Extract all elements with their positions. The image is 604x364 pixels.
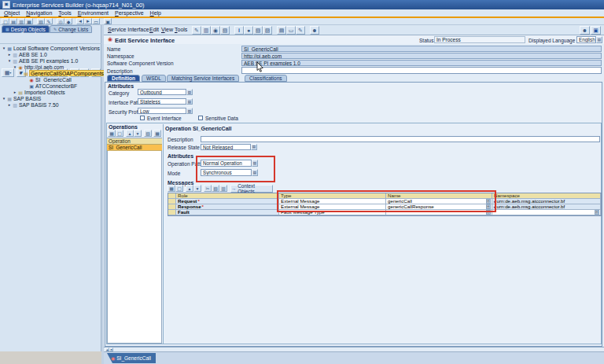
display-object-button[interactable]: ▥ — [17, 18, 25, 24]
edit-button[interactable]: ✎ — [45, 18, 53, 24]
tree-item-sap-basis-750[interactable]: ▸ ▥ SAP BASIS 7.50 — [0, 101, 109, 108]
message-up-button[interactable]: ▲ — [186, 185, 193, 192]
menu-perspective[interactable]: Perspective — [115, 10, 144, 16]
interface-pattern-select[interactable]: Stateless ▤ — [138, 98, 193, 105]
cut-button[interactable]: ✂ — [204, 185, 212, 192]
refresh-button[interactable]: ▣ — [104, 18, 112, 24]
menu-navigation[interactable]: Navigation — [26, 10, 52, 16]
context-objects-button[interactable]: → Context Objects — [230, 185, 273, 193]
dropdown-icon[interactable]: ▤ — [186, 108, 193, 114]
add-message-button[interactable]: ▦ — [168, 185, 175, 192]
dropdown-icon[interactable]: ▤ — [252, 169, 258, 176]
menu-edit[interactable]: Edit — [149, 27, 159, 32]
menu-view[interactable]: View — [161, 27, 173, 32]
copy-operation-button[interactable]: ▧ — [144, 130, 152, 137]
fault-name-cell[interactable]: ▤ — [386, 210, 492, 215]
fault-namespace-cell[interactable]: ▤ — [492, 210, 601, 215]
edit-toggle-button[interactable]: ✎ — [192, 26, 201, 35]
row-selector[interactable] — [168, 199, 176, 204]
tab-wsdl[interactable]: WSDL — [142, 75, 166, 82]
value-help-icon[interactable]: ▤ — [486, 199, 491, 204]
menu-environment[interactable]: Environment — [78, 10, 109, 16]
row-selector[interactable] — [168, 204, 176, 210]
add-operation-button[interactable]: ▦ — [108, 130, 116, 137]
value-help-icon[interactable]: ▤ — [486, 204, 491, 209]
request-type-cell[interactable]: External Message — [279, 199, 386, 204]
operation-row-selected[interactable]: SI_GenericCall — [107, 145, 162, 151]
settings-button[interactable]: ● — [244, 26, 253, 35]
menu-tools-editor[interactable]: Tools — [175, 27, 187, 32]
print-button[interactable]: ▤ — [277, 26, 286, 35]
tab-matching-service-interfaces[interactable]: Matching Service Interfaces — [167, 75, 239, 82]
row-selector[interactable] — [168, 210, 176, 215]
favorites-button[interactable]: ◆ — [64, 18, 72, 24]
category-select[interactable]: Outbound ▤ — [138, 89, 193, 95]
operation-options-button[interactable]: ▦ — [153, 130, 161, 137]
move-up-button[interactable]: ▲ — [126, 130, 134, 137]
tab-change-lists[interactable]: ✎ Change Lists — [50, 25, 92, 33]
dropdown-icon[interactable]: ▤ — [251, 144, 257, 150]
edit-box-button[interactable]: ✎ — [296, 26, 305, 35]
operation-pattern-select[interactable]: Normal Operation ▤ — [201, 160, 258, 167]
tab-design-objects[interactable]: ▦ Design Objects — [2, 25, 50, 33]
copy-object-button[interactable]: ▧ — [220, 26, 230, 35]
language-select[interactable]: English (OL) ▤ — [576, 36, 602, 43]
message-down-button[interactable]: ▼ — [193, 185, 201, 192]
close-view-button[interactable]: ▣ — [591, 26, 601, 35]
mode-select[interactable]: Synchronous ▤ — [201, 169, 258, 176]
preview-button[interactable]: ▭ — [286, 26, 296, 35]
display-toggle-button[interactable]: ▥ — [201, 26, 211, 35]
tab-classifications[interactable]: Classifications — [245, 75, 287, 82]
tree-item-aeb-se-10[interactable]: ▸ ▥ AEB SE 1.0 — [0, 51, 109, 57]
org-button[interactable]: ☻ — [310, 26, 319, 35]
release-state-select[interactable]: Not Released ▤ — [201, 144, 257, 150]
value-help-icon[interactable]: ▤ — [595, 210, 599, 215]
open-object-button[interactable]: ▤ — [9, 18, 17, 24]
software-component-version-field[interactable]: AEB SE PI examples 1.0 — [241, 60, 602, 66]
tree-item-sap-basis[interactable]: ▾ ▦ SAP BASIS — [0, 95, 103, 101]
save-button[interactable]: ▦ — [25, 18, 33, 24]
menu-tools[interactable]: Tools — [58, 10, 71, 16]
search-button[interactable]: ◎ — [57, 18, 64, 24]
user-button[interactable]: ☻ — [580, 26, 590, 35]
menu-help[interactable]: Help — [150, 10, 161, 16]
copy-message-button[interactable]: ▧ — [212, 185, 219, 192]
tree-item-local-software-component-versions[interactable]: ▾ ▦ Local Software Component Versions — [0, 45, 103, 51]
dropdown-icon[interactable]: ▤ — [596, 36, 602, 43]
tab-definition[interactable]: Definition — [107, 75, 140, 82]
copy-button[interactable]: ▧ — [37, 18, 45, 24]
tree-item-namespace[interactable]: ▾ ◉ http://pi.aeb.com — [0, 64, 114, 70]
security-profile-select[interactable]: Low ▤ — [138, 108, 193, 114]
menu-object[interactable]: Object — [4, 10, 20, 16]
move-down-button[interactable]: ▼ — [134, 130, 142, 137]
value-help-icon[interactable]: ▤ — [486, 210, 491, 215]
graph-button[interactable]: ▨ — [263, 26, 272, 35]
read-mode-button[interactable]: ◉ — [211, 26, 220, 35]
tree-item-imported-objects[interactable]: ▸ ▤ Imported Objects — [0, 89, 114, 95]
response-name-cell[interactable]: genericCallResponse▤ — [386, 204, 492, 210]
dropdown-icon[interactable]: ▤ — [252, 160, 258, 167]
name-field[interactable]: SI_GenericCall — [241, 46, 602, 52]
description-field[interactable] — [241, 67, 602, 74]
fault-type-cell[interactable]: Fault Message Type — [279, 210, 386, 215]
tree-item-aeb-se-pi-examples[interactable]: ▾ ▥ AEB SE PI examples 1.0 — [0, 57, 109, 64]
info-button[interactable]: i — [234, 26, 244, 35]
sensitive-data-checkbox[interactable] — [198, 116, 203, 120]
event-interface-checkbox[interactable] — [140, 116, 145, 120]
transfer-object-button[interactable]: ▧ — [253, 26, 263, 35]
dropdown-icon[interactable]: ▤ — [186, 89, 193, 95]
tree-item-genericcallsoapcomponents[interactable]: ▾ ▤ GenericCallSOAPComponents — [0, 70, 120, 76]
response-type-cell[interactable]: External Message — [279, 204, 386, 210]
request-name-cell[interactable]: genericCall▤ — [386, 199, 492, 204]
paste-button[interactable]: ▥ — [219, 185, 227, 192]
windows-button[interactable]: ▭ — [92, 18, 100, 24]
dropdown-icon[interactable]: ▤ — [186, 98, 193, 105]
navigate-back-button[interactable]: ◄ — [76, 18, 84, 24]
delete-operation-button[interactable]: ▢ — [116, 130, 123, 137]
menu-service-interface[interactable]: Service Interface — [108, 27, 149, 32]
namespace-field[interactable]: http://pi.aeb.com — [241, 53, 602, 59]
new-document-button[interactable]: ▢ — [2, 18, 9, 24]
operation-description-field[interactable] — [201, 136, 600, 142]
open-object-tab-si-genericcall[interactable]: ◉ SI_GenericCall — [107, 353, 156, 363]
delete-message-button[interactable]: ▢ — [175, 185, 183, 192]
